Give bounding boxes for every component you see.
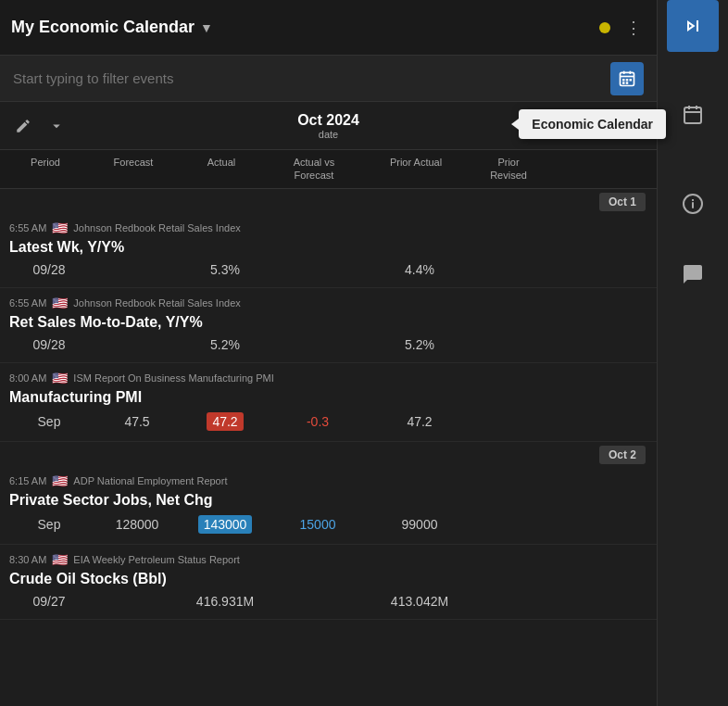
event-forecast xyxy=(91,599,183,604)
nav-dropdown-button[interactable] xyxy=(43,112,70,140)
event-actual-vs-forecast xyxy=(267,267,369,272)
event-block[interactable]: 8:00 AM🇺🇸ISM Report On Business Manufact… xyxy=(0,363,657,442)
event-title: Crude Oil Stocks (Bbl) xyxy=(4,569,653,591)
search-input[interactable] xyxy=(13,70,601,86)
event-period: 09/27 xyxy=(7,591,91,611)
event-title: Private Sector Jobs, Net Chg xyxy=(4,490,653,512)
event-block[interactable]: 8:30 AM🇺🇸EIA Weekly Petroleum Status Rep… xyxy=(0,545,657,620)
event-meta: 8:30 AM🇺🇸EIA Weekly Petroleum Status Rep… xyxy=(4,550,653,569)
event-prior-revised xyxy=(471,522,554,527)
chat-icon xyxy=(682,263,704,285)
svg-rect-8 xyxy=(626,82,629,84)
edit-button[interactable] xyxy=(9,112,37,140)
svg-rect-7 xyxy=(622,82,625,84)
sidebar-calendar-icon xyxy=(682,104,704,126)
svg-rect-9 xyxy=(684,107,701,123)
nav-date-label: date xyxy=(76,129,581,140)
event-meta: 6:55 AM🇺🇸Johnson Redbook Retail Sales In… xyxy=(4,294,653,312)
nav-date-month: Oct 2024 xyxy=(76,112,581,129)
event-period: 09/28 xyxy=(7,334,91,355)
event-forecast: 128000 xyxy=(91,514,183,535)
header: My Economic Calendar ▼ ⋮ xyxy=(0,0,657,56)
event-actual: 5.2% xyxy=(183,334,267,355)
date-badge: Oct 1 xyxy=(599,193,646,211)
main-panel: My Economic Calendar ▼ ⋮ xyxy=(0,0,658,706)
event-actual: 143000 xyxy=(183,512,267,536)
event-forecast xyxy=(91,342,183,347)
calendar-toggle-button[interactable] xyxy=(610,62,644,95)
event-block[interactable]: 6:55 AM🇺🇸Johnson Redbook Retail Sales In… xyxy=(0,288,657,363)
title-dropdown-arrow[interactable]: ▼ xyxy=(200,20,213,35)
event-source: Johnson Redbook Retail Sales Index xyxy=(73,297,240,309)
col-prior-actual: Prior Actual xyxy=(365,150,467,188)
event-forecast: 47.5 xyxy=(91,411,183,432)
date-badge: Oct 2 xyxy=(599,446,646,464)
event-period: 09/28 xyxy=(7,259,91,280)
flag-icon: 🇺🇸 xyxy=(52,371,68,385)
calendar-icon xyxy=(618,69,636,88)
sidebar-calendar-button[interactable] xyxy=(667,89,719,141)
event-block[interactable]: 6:55 AM🇺🇸Johnson Redbook Retail Sales In… xyxy=(0,213,657,288)
event-source: ISM Report On Business Manufacturing PMI xyxy=(73,372,273,384)
event-actual-vs-forecast: -0.3 xyxy=(267,411,369,432)
header-right: ⋮ xyxy=(599,14,646,42)
event-block[interactable]: 6:15 AM🇺🇸ADP National Employment ReportP… xyxy=(0,466,657,545)
date-separator: Oct 2 xyxy=(0,442,657,466)
event-meta: 8:00 AM🇺🇸ISM Report On Business Manufact… xyxy=(4,369,653,387)
event-source: EIA Weekly Petroleum Status Report xyxy=(73,554,240,565)
event-forecast xyxy=(91,267,183,272)
event-data-row: 09/285.3%4.4% xyxy=(4,259,653,280)
nav-bar: Oct 2024 date Economic Calendar xyxy=(0,102,657,150)
header-left: My Economic Calendar ▼ xyxy=(11,18,213,37)
event-time: 6:55 AM xyxy=(9,297,46,309)
event-data-row: Sep1280001430001500099000 xyxy=(4,512,653,536)
event-actual: 47.2 xyxy=(183,410,267,434)
svg-rect-6 xyxy=(630,79,633,82)
edit-icon xyxy=(15,118,31,134)
event-actual-vs-forecast xyxy=(267,342,369,347)
event-prior-actual: 413.042M xyxy=(369,591,471,611)
event-prior-revised xyxy=(471,267,554,272)
sidebar-forward-button[interactable] xyxy=(667,0,719,52)
event-period: Sep xyxy=(7,411,91,432)
event-actual-vs-forecast: 15000 xyxy=(267,514,369,535)
col-actual: Actual xyxy=(180,150,263,188)
event-actual: 5.3% xyxy=(183,259,267,280)
search-bar xyxy=(0,56,657,102)
tooltip-box: Economic Calendar xyxy=(519,109,666,139)
forward-icon xyxy=(682,15,704,37)
sidebar-chat-button[interactable] xyxy=(667,248,719,300)
actual-highlight: 47.2 xyxy=(207,412,243,431)
info-icon xyxy=(682,193,704,215)
event-prior-revised xyxy=(471,419,554,424)
flag-icon: 🇺🇸 xyxy=(52,221,68,235)
col-actual-vs-forecast: Actual vsForecast xyxy=(263,150,365,188)
col-prior-revised: PriorRevised xyxy=(467,150,550,188)
flag-icon: 🇺🇸 xyxy=(52,473,68,488)
event-title: Ret Sales Mo-to-Date, Y/Y% xyxy=(4,312,653,334)
event-time: 6:55 AM xyxy=(9,222,46,233)
event-prior-actual: 4.4% xyxy=(369,259,471,280)
event-time: 8:00 AM xyxy=(9,372,46,384)
flag-icon: 🇺🇸 xyxy=(52,552,68,567)
event-source: ADP National Employment Report xyxy=(73,475,227,486)
event-meta: 6:15 AM🇺🇸ADP National Employment Report xyxy=(4,472,653,490)
event-data-row: 09/27416.931M413.042M xyxy=(4,591,653,611)
actual-highlight: 143000 xyxy=(198,515,253,534)
event-prior-actual: 47.2 xyxy=(369,411,471,432)
event-prior-revised xyxy=(471,599,554,604)
event-actual: 416.931M xyxy=(183,591,267,611)
event-source: Johnson Redbook Retail Sales Index xyxy=(73,222,240,233)
event-meta: 6:55 AM🇺🇸Johnson Redbook Retail Sales In… xyxy=(4,219,653,237)
sidebar-info-button[interactable] xyxy=(667,178,719,230)
event-period: Sep xyxy=(7,514,91,535)
sidebar xyxy=(658,0,728,706)
app-title: My Economic Calendar xyxy=(11,18,195,37)
more-menu-button[interactable]: ⋮ xyxy=(621,14,646,42)
status-dot xyxy=(599,22,610,33)
column-headers: Period Forecast Actual Actual vsForecast… xyxy=(0,150,657,189)
event-data-row: Sep47.547.2-0.347.2 xyxy=(4,410,653,434)
nav-date: Oct 2024 date xyxy=(76,112,581,140)
event-title: Latest Wk, Y/Y% xyxy=(4,237,653,259)
events-list[interactable]: Oct 16:55 AM🇺🇸Johnson Redbook Retail Sal… xyxy=(0,189,657,706)
